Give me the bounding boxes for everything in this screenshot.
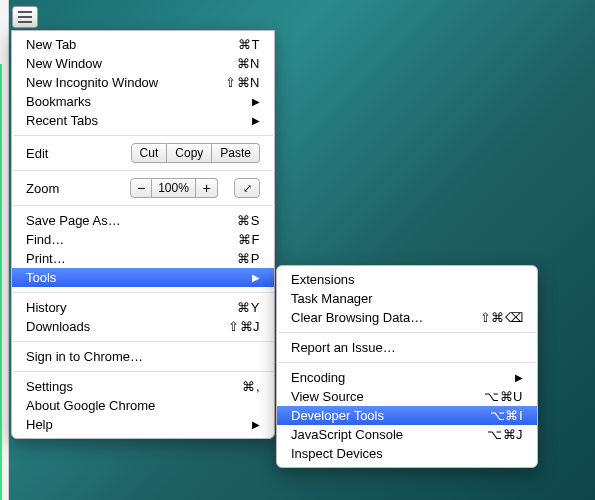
menu-row-edit: Edit Cut Copy Paste [12,141,274,165]
submenu-item-javascript-console[interactable]: JavaScript Console ⌥⌘J [277,425,537,444]
submenu-item-view-source[interactable]: View Source ⌥⌘U [277,387,537,406]
menu-label: Report an Issue… [291,340,523,355]
menu-item-help[interactable]: Help ▶ [12,415,274,434]
menu-item-about[interactable]: About Google Chrome [12,396,274,415]
menu-label: Bookmarks [26,94,246,109]
menu-label: New Window [26,56,237,71]
submenu-item-clear-browsing-data[interactable]: Clear Browsing Data… ⇧⌘⌫ [277,308,537,327]
browser-left-edge [0,0,9,500]
menu-separator [13,371,273,372]
submenu-arrow-icon: ▶ [252,115,260,126]
zoom-in-button[interactable]: + [196,178,218,198]
hamburger-menu-button[interactable] [12,6,38,28]
shortcut: ⇧⌘J [228,319,260,334]
menu-label: Sign in to Chrome… [26,349,260,364]
menu-item-new-window[interactable]: New Window ⌘N [12,54,274,73]
shortcut: ⌘S [237,213,260,228]
menu-item-recent-tabs[interactable]: Recent Tabs ▶ [12,111,274,130]
submenu-item-inspect-devices[interactable]: Inspect Devices [277,444,537,463]
shortcut: ⌘P [237,251,260,266]
menu-label: Save Page As… [26,213,237,228]
zoom-out-button[interactable]: − [130,178,152,198]
menu-row-zoom: Zoom − 100% + ⤢ [12,176,274,200]
button-label: Paste [220,146,251,160]
shortcut: ⌘F [238,232,260,247]
menu-separator [278,332,536,333]
menu-label: Inspect Devices [291,446,523,461]
shortcut: ⌥⌘I [490,408,523,423]
submenu-arrow-icon: ▶ [252,96,260,107]
fullscreen-icon: ⤢ [243,182,252,195]
shortcut: ⇧⌘N [225,75,260,90]
menu-label: Encoding [291,370,509,385]
menu-label: Find… [26,232,238,247]
main-menu: New Tab ⌘T New Window ⌘N New Incognito W… [11,30,275,439]
menu-label: Print… [26,251,237,266]
menu-item-print[interactable]: Print… ⌘P [12,249,274,268]
copy-button[interactable]: Copy [167,143,212,163]
menu-label: Downloads [26,319,228,334]
menu-item-save-page[interactable]: Save Page As… ⌘S [12,211,274,230]
menu-label: Task Manager [291,291,523,306]
menu-item-bookmarks[interactable]: Bookmarks ▶ [12,92,274,111]
menu-label: Clear Browsing Data… [291,310,480,325]
zoom-level[interactable]: 100% [152,178,196,198]
zoom-button-group: − 100% + [130,178,218,198]
zoom-value: 100% [158,181,189,195]
menu-label: Tools [26,270,246,285]
menu-label: Developer Tools [291,408,490,423]
shortcut: ⌘N [237,56,260,71]
menu-label: View Source [291,389,484,404]
menu-item-settings[interactable]: Settings ⌘, [12,377,274,396]
submenu-item-encoding[interactable]: Encoding ▶ [277,368,537,387]
menu-label: About Google Chrome [26,398,260,413]
submenu-arrow-icon: ▶ [515,372,523,383]
plus-icon: + [202,180,210,196]
submenu-arrow-icon: ▶ [252,419,260,430]
menu-label: New Incognito Window [26,75,225,90]
button-label: Cut [140,146,159,160]
menu-item-tools[interactable]: Tools ▶ [12,268,274,287]
menu-label: History [26,300,237,315]
menu-label: Edit [26,146,123,161]
submenu-item-developer-tools[interactable]: Developer Tools ⌥⌘I [277,406,537,425]
shortcut: ⌘T [238,37,260,52]
cut-button[interactable]: Cut [131,143,168,163]
menu-item-signin[interactable]: Sign in to Chrome… [12,347,274,366]
fullscreen-button[interactable]: ⤢ [234,178,260,198]
shortcut: ⌘, [242,379,260,394]
submenu-item-report-issue[interactable]: Report an Issue… [277,338,537,357]
menu-label: Zoom [26,181,122,196]
shortcut: ⇧⌘⌫ [480,310,524,325]
edit-button-group: Cut Copy Paste [131,143,260,163]
menu-item-new-tab[interactable]: New Tab ⌘T [12,35,274,54]
menu-label: JavaScript Console [291,427,487,442]
menu-separator [13,170,273,171]
menu-separator [13,292,273,293]
menu-item-new-incognito[interactable]: New Incognito Window ⇧⌘N [12,73,274,92]
shortcut: ⌘Y [237,300,260,315]
menu-label: New Tab [26,37,238,52]
menu-label: Extensions [291,272,523,287]
submenu-arrow-icon: ▶ [252,272,260,283]
menu-item-downloads[interactable]: Downloads ⇧⌘J [12,317,274,336]
paste-button[interactable]: Paste [212,143,260,163]
menu-label: Recent Tabs [26,113,246,128]
submenu-item-task-manager[interactable]: Task Manager [277,289,537,308]
menu-label: Settings [26,379,242,394]
menu-label: Help [26,417,246,432]
menu-separator [13,205,273,206]
tools-submenu: Extensions Task Manager Clear Browsing D… [276,265,538,468]
menu-separator [278,362,536,363]
submenu-item-extensions[interactable]: Extensions [277,270,537,289]
shortcut: ⌥⌘U [484,389,523,404]
minus-icon: − [137,180,145,196]
menu-item-history[interactable]: History ⌘Y [12,298,274,317]
menu-separator [13,341,273,342]
button-label: Copy [175,146,203,160]
menu-separator [13,135,273,136]
shortcut: ⌥⌘J [487,427,523,442]
menu-item-find[interactable]: Find… ⌘F [12,230,274,249]
